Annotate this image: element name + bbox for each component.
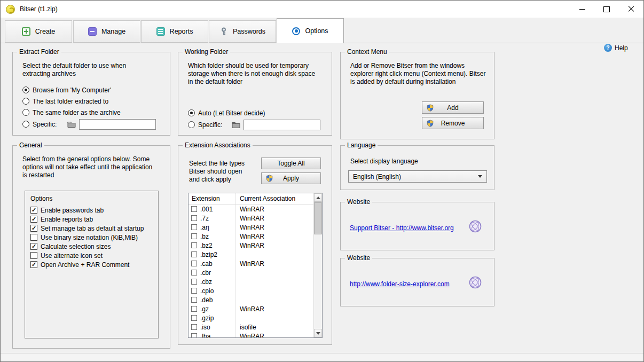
table-row[interactable]: .arj WinRAR — [189, 223, 313, 232]
tab-manage[interactable]: Manage — [73, 20, 140, 43]
row-checkbox[interactable] — [191, 206, 197, 212]
globe-knot-icon[interactable] — [469, 220, 482, 233]
checkbox-indicator — [30, 225, 37, 232]
table-row[interactable]: .7z WinRAR — [189, 214, 313, 223]
folder-size-explorer-link[interactable]: http://www.folder-size-explorer.com — [350, 280, 450, 288]
remove-button[interactable]: Remove — [422, 117, 484, 129]
app-window: Bitser (t1.zip) Create Manage Reports Pa… — [0, 0, 644, 362]
association-cell: WinRAR — [240, 333, 264, 338]
close-button[interactable] — [619, 1, 643, 18]
row-checkbox[interactable] — [191, 306, 197, 312]
add-button-label: Add — [447, 104, 458, 112]
checkbox-calculate-selection-sizes[interactable]: Calculate selection sizes — [30, 242, 155, 251]
row-checkbox[interactable] — [191, 261, 197, 266]
row-checkbox[interactable] — [191, 324, 197, 330]
general-description: Select from the general options below. S… — [22, 155, 156, 179]
table-row[interactable]: .001 WinRAR — [189, 204, 313, 214]
table-row[interactable]: .cbr — [189, 268, 313, 277]
website-support-legend: Website — [345, 198, 372, 206]
table-row[interactable]: .lha WinRAR — [189, 332, 313, 337]
help-button[interactable]: Help — [604, 44, 628, 52]
checkbox-manage-default-startup[interactable]: Set manage tab as default at startup — [30, 224, 155, 233]
row-checkbox[interactable] — [191, 270, 197, 276]
support-bitser-link[interactable]: Support Bitser - http://www.bitser.org — [350, 224, 454, 232]
row-checkbox[interactable] — [191, 215, 197, 221]
extension-associations-legend: Extension Associations — [183, 141, 253, 149]
checkbox-alternate-icon-set[interactable]: Use alternate icon set — [30, 251, 155, 260]
caption-buttons — [570, 1, 643, 18]
chevron-down-icon — [478, 175, 482, 178]
radio-browse-my-computer[interactable]: Browse from 'My Computer' — [22, 84, 156, 96]
association-cell: WinRAR — [240, 224, 264, 231]
checkbox-label: Set manage tab as default at startup — [41, 225, 144, 232]
scroll-up-button[interactable] — [314, 193, 322, 202]
working-specific-path-input[interactable] — [244, 120, 320, 130]
reports-icon — [156, 27, 165, 36]
row-checkbox[interactable] — [191, 242, 197, 248]
checkbox-enable-reports-tab[interactable]: Enable reports tab — [30, 215, 155, 224]
tab-passwords[interactable]: Passwords — [209, 20, 276, 43]
row-checkbox[interactable] — [191, 333, 197, 337]
tab-options[interactable]: Options — [277, 18, 344, 43]
association-cell: WinRAR — [240, 305, 264, 313]
table-row[interactable]: .cbz — [189, 277, 313, 286]
scrollbar-thumb[interactable] — [314, 202, 322, 234]
working-folder-legend: Working Folder — [183, 48, 230, 56]
table-row[interactable]: .cpio — [189, 286, 313, 295]
scroll-down-button[interactable] — [314, 329, 322, 337]
minimize-button[interactable] — [570, 1, 594, 18]
row-checkbox[interactable] — [191, 233, 197, 239]
checkbox-binary-size-notation[interactable]: Use binary size notation (KiB,MiB) — [30, 233, 155, 242]
row-checkbox[interactable] — [191, 288, 197, 294]
association-cell: WinRAR — [240, 260, 264, 267]
tab-label: Passwords — [233, 28, 265, 35]
table-scrollbar[interactable] — [313, 193, 322, 337]
table-row[interactable]: .bz2 WinRAR — [189, 241, 313, 250]
radio-label: Specific: — [198, 121, 222, 129]
tab-reports[interactable]: Reports — [141, 20, 208, 43]
radio-same-folder[interactable]: The same folder as the archive — [22, 107, 156, 118]
checkbox-enable-passwords-tab[interactable]: Enable passwords tab — [30, 206, 155, 215]
table-row[interactable]: .cab WinRAR — [189, 259, 313, 268]
checkbox-open-archive-rar-comment[interactable]: Open Archive + RAR Comment — [30, 260, 155, 269]
maximize-button[interactable] — [594, 1, 619, 18]
table-row[interactable]: .bzip2 — [189, 250, 313, 259]
extension-column-header[interactable]: Extension — [192, 195, 220, 202]
extract-folder-group: Extract Folder Select the default folder… — [12, 52, 170, 136]
table-row[interactable]: .deb — [189, 295, 313, 304]
folder-icon[interactable] — [232, 121, 240, 128]
row-checkbox[interactable] — [191, 315, 197, 321]
language-select[interactable]: English (English) — [348, 170, 487, 183]
row-checkbox[interactable] — [191, 297, 197, 303]
working-folder-options: Auto (Let Bitser decide) Specific: — [188, 107, 320, 131]
table-row[interactable]: .bz WinRAR — [189, 232, 313, 241]
extension-table-header: Extension Current Association — [189, 193, 322, 204]
extension-table-body: .001 WinRAR .7z WinRAR .arj WinRAR .bz W… — [189, 204, 313, 337]
row-checkbox[interactable] — [191, 224, 197, 230]
table-row[interactable]: .gzip — [189, 313, 313, 322]
checkbox-label: Use binary size notation (KiB,MiB) — [41, 234, 138, 241]
language-description: Select display language — [350, 158, 418, 166]
tab-create[interactable]: Create — [5, 20, 72, 43]
table-row[interactable]: .iso isofile — [189, 322, 313, 332]
extract-folder-legend: Extract Folder — [17, 48, 61, 56]
apply-button[interactable]: Apply — [261, 172, 321, 184]
checkbox-indicator — [30, 252, 37, 259]
window-footer — [1, 353, 643, 361]
radio-indicator — [22, 121, 29, 128]
radio-extract-specific[interactable]: Specific: — [22, 118, 156, 130]
toggle-all-button[interactable]: Toggle All — [261, 158, 321, 169]
row-checkbox[interactable] — [191, 279, 197, 285]
row-checkbox[interactable] — [191, 251, 197, 257]
radio-last-folder[interactable]: The last folder extracted to — [22, 96, 156, 107]
table-row[interactable]: .gz WinRAR — [189, 304, 313, 313]
folder-icon[interactable] — [67, 121, 76, 128]
extension-cell: .7z — [200, 215, 209, 222]
radio-auto[interactable]: Auto (Let Bitser decide) — [188, 107, 320, 119]
association-column-header[interactable]: Current Association — [240, 195, 295, 202]
extract-specific-path-input[interactable] — [79, 119, 156, 130]
radio-indicator — [22, 86, 29, 93]
globe-knot-icon[interactable] — [469, 276, 482, 289]
add-button[interactable]: Add — [422, 101, 484, 114]
radio-working-specific[interactable]: Specific: — [188, 119, 320, 131]
